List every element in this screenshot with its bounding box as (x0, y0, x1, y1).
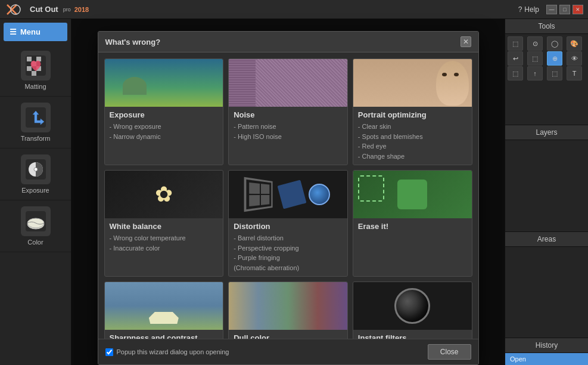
portrait-item-3: - Red eye (358, 141, 467, 151)
category-portrait[interactable]: Portrait optimizing - Clear skin - Spots… (353, 58, 472, 165)
sidebar-item-matting[interactable]: Matting (0, 45, 71, 97)
category-distortion[interactable]: Distortion - Barrel distortion - Perspec… (228, 170, 348, 277)
tools-header: Tools (505, 19, 588, 34)
popup-checkbox[interactable] (105, 348, 113, 356)
svg-rect-4 (27, 57, 32, 61)
category-white-balance[interactable]: White balance - Wrong color temperature … (104, 170, 224, 277)
instant-filters-thumb (353, 282, 472, 330)
distortion-title: Distortion (234, 222, 343, 231)
dialog-close-button[interactable]: ✕ (461, 36, 471, 47)
app-logo (5, 2, 26, 17)
category-instant-filters[interactable]: Instant filters (353, 282, 472, 339)
category-sharpness[interactable]: Sharpness and contrast - Blur - Foggy (104, 282, 224, 339)
popup-label: Popup this wizard dialog upon opening (117, 348, 229, 355)
history-item-open[interactable]: Open (505, 353, 588, 365)
dull-color-body: Dull color (229, 330, 347, 339)
app-year: 2018 (74, 6, 89, 13)
titlebar: Cut Out pro 2018 ? Help — □ ✕ (0, 0, 588, 19)
layers-header: Layers (505, 125, 588, 140)
category-noise[interactable]: Noise - Pattern noise - High ISO noise (228, 58, 348, 165)
categories-grid: Exposure - Wrong exposure - Narrow dynam… (104, 58, 472, 339)
white-balance-body: White balance - Wrong color temperature … (105, 218, 223, 256)
instant-filters-title: Instant filters (358, 333, 467, 339)
dull-color-title: Dull color (234, 333, 343, 339)
help-button[interactable]: ? Help (518, 5, 539, 14)
whats-wrong-dialog: What's wrong? ✕ Exposure - Wro (98, 31, 479, 365)
right-panel: Tools ⬚ ⊙ ◯ 🎨 ↩ ⬚ ⊕ 👁 ⬚ ↑ ⬚ T Layers Are… (505, 19, 588, 365)
portrait-thumb (353, 59, 472, 107)
minimize-button[interactable]: — (546, 5, 557, 14)
tool-text[interactable]: T (567, 66, 582, 81)
tool-move[interactable]: ↑ (527, 66, 543, 81)
sidebar-label-transform: Transform (21, 135, 51, 142)
sidebar-item-transform[interactable]: Transform (0, 97, 71, 149)
distortion-thumb (229, 171, 347, 218)
exposure-thumb (105, 59, 223, 107)
dialog-footer: Popup this wizard dialog upon opening Cl… (98, 339, 478, 364)
tools-section: Tools ⬚ ⊙ ◯ 🎨 ↩ ⬚ ⊕ 👁 ⬚ ↑ ⬚ T (505, 19, 588, 125)
distort-circle (309, 184, 330, 205)
sharpness-thumb (105, 282, 223, 330)
app-pro-label: pro (63, 7, 71, 13)
erase-body: Erase it! (353, 218, 472, 237)
portrait-item-4: - Change shape (358, 151, 467, 162)
tool-transform-btn[interactable]: ⬚ (508, 66, 523, 81)
category-erase[interactable]: Erase it! (353, 170, 472, 277)
distortion-item-4: (Chromatic aberration) (234, 263, 343, 273)
left-sidebar: ☰ Menu Matting (0, 19, 71, 365)
sidebar-item-color[interactable]: Color (0, 200, 71, 252)
close-window-button[interactable]: ✕ (573, 5, 583, 14)
portrait-item-1: - Clear skin (358, 122, 467, 132)
tools-grid: ⬚ ⊙ ◯ 🎨 ↩ ⬚ ⊕ 👁 ⬚ ↑ ⬚ T (505, 34, 588, 83)
noise-item-2: - High ISO noise (234, 132, 343, 142)
distortion-item-1: - Barrel distortion (234, 233, 343, 243)
dull-color-thumb (229, 282, 347, 330)
portrait-body: Portrait optimizing - Clear skin - Spots… (353, 107, 472, 165)
menu-button[interactable]: ☰ Menu (4, 23, 67, 41)
center-area: What's wrong? ✕ Exposure - Wro (71, 19, 505, 365)
dialog-title: What's wrong? (105, 38, 161, 47)
dialog-titlebar: What's wrong? ✕ (98, 32, 478, 52)
white-balance-item-2: - Inaccurate color (110, 243, 219, 253)
titlebar-right: ? Help — □ ✕ (518, 5, 583, 14)
distortion-item-2: - Perspective cropping (234, 243, 343, 253)
svg-point-13 (34, 168, 38, 171)
popup-checkbox-label[interactable]: Popup this wizard dialog upon opening (105, 348, 229, 356)
sidebar-label-matting: Matting (24, 83, 46, 90)
titlebar-left: Cut Out pro 2018 (5, 2, 89, 17)
window-controls: — □ ✕ (546, 5, 583, 14)
noise-title: Noise (234, 110, 343, 119)
sidebar-label-color: Color (27, 239, 43, 246)
restore-button[interactable]: □ (559, 5, 570, 14)
exposure-item-2: - Narrow dynamic (110, 132, 219, 142)
erase-dots (358, 175, 384, 202)
tool-crop[interactable]: ⬚ (547, 66, 562, 81)
sidebar-label-exposure: Exposure (21, 187, 49, 194)
tool-undo[interactable]: ↩ (508, 51, 523, 66)
sidebar-item-exposure[interactable]: Exposure (0, 149, 71, 200)
tool-rect-select[interactable]: ⬚ (527, 51, 543, 66)
tool-brush[interactable]: ⊕ (547, 51, 562, 66)
history-header: History (505, 338, 588, 353)
tool-color-picker[interactable]: 🎨 (567, 36, 582, 51)
modal-overlay: What's wrong? ✕ Exposure - Wro (71, 19, 505, 365)
tool-eye[interactable]: 👁 (567, 51, 582, 66)
tool-lasso[interactable]: ⊙ (527, 36, 543, 51)
tool-ellipse[interactable]: ◯ (547, 36, 562, 51)
white-balance-title: White balance (110, 222, 219, 231)
tool-select[interactable]: ⬚ (508, 36, 523, 51)
exposure-icon (21, 154, 51, 184)
color-icon (21, 206, 51, 236)
transform-icon (21, 103, 51, 132)
exposure-item-1: - Wrong exposure (110, 122, 219, 132)
help-icon: ? (518, 5, 522, 14)
distort-shape (278, 180, 307, 209)
svg-rect-5 (36, 57, 41, 61)
noise-body: Noise - Pattern noise - High ISO noise (229, 107, 347, 145)
category-dull-color[interactable]: Dull color (228, 282, 348, 339)
help-label: Help (524, 5, 539, 14)
white-balance-item-1: - Wrong color temperature (110, 233, 219, 243)
sharpness-title: Sharpness and contrast (110, 333, 219, 339)
category-exposure[interactable]: Exposure - Wrong exposure - Narrow dynam… (104, 58, 224, 165)
close-dialog-button[interactable]: Close (428, 344, 471, 360)
